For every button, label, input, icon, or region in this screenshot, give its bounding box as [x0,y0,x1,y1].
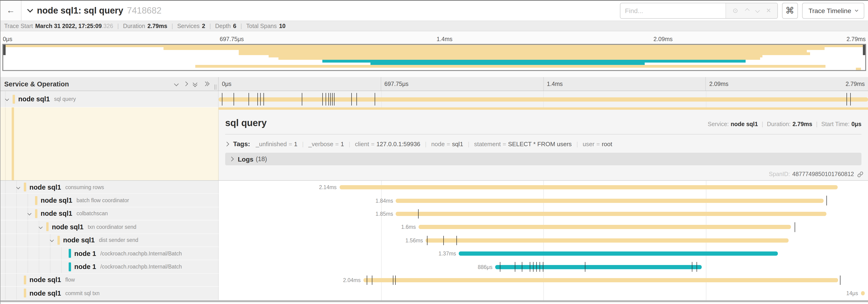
span-collapse-chevron-icon[interactable] [51,239,58,242]
span-bar[interactable] [861,292,865,296]
log-tick [827,196,827,205]
minimap-span-strip [269,55,763,58]
span-duration-label: 2.14ms [319,184,339,190]
span-timeline-cell[interactable]: 2.04ms [219,273,868,287]
operation-name: colbatchscan [76,211,108,216]
minimap-canvas[interactable] [2,44,866,71]
log-tick [351,93,351,105]
span-tree-cell[interactable]: node 1/cockroach.roachpb.Internal/Batch [0,247,219,260]
span-bar[interactable] [426,238,789,243]
view-selector-button[interactable]: Trace Timeline [802,3,864,19]
span-timeline-cell[interactable]: 1.85ms [219,207,868,221]
span-duration-label: 14μs [846,291,861,296]
service-name: node sql1 [18,95,50,103]
log-tick [846,93,847,105]
find-box: ✕ [620,3,778,19]
trace-stat: Trace StartMarch 31 2022, 17:25:09.326 [4,23,113,29]
span-collapse-chevron-icon[interactable] [17,185,24,189]
trace-timeline-page: ← node sql1: sql query 7418682 ✕ [0,0,868,304]
span-row[interactable]: node sql1batch flow coordinator1.84ms [0,194,868,207]
log-tick [456,236,457,245]
log-tick [542,262,543,272]
span-collapse-chevron-icon[interactable] [39,226,46,228]
span-tree-cell[interactable]: node sql1txn coordinator send [0,221,219,234]
log-tick [372,275,372,285]
logs-toggle[interactable]: Logs (18) [225,153,862,165]
span-tree-cell[interactable]: node sql1consuming rows [0,181,219,194]
expand-one-icon[interactable] [183,81,188,86]
span-timeline-cell[interactable]: 1.6ms [219,221,868,234]
span-timeline-cell[interactable]: 886μs [219,260,868,274]
span-timeline-cell[interactable]: 2.14ms [219,181,868,194]
span-collapse-chevron-icon[interactable] [28,212,35,215]
service-name: node 1 [74,263,96,270]
service-color-bar [24,289,26,298]
find-next-icon[interactable] [755,8,760,13]
minimap-right-scrubber[interactable] [863,45,865,55]
find-tools: ✕ [725,3,777,18]
collapse-all-icon[interactable] [193,81,197,87]
span-bar[interactable] [396,212,827,216]
span-timeline-cell[interactable]: 1.56ms [219,234,868,247]
expand-all-icon[interactable] [204,81,208,87]
bottom-scrollbar[interactable] [0,300,868,302]
span-tree-cell[interactable]: node sql1colbatchscan [0,207,219,221]
back-button[interactable]: ← [0,0,22,21]
span-collapse-chevron-icon[interactable] [6,98,12,100]
service-name: node sql1 [29,276,61,284]
span-row[interactable]: node sql1sql query [0,91,868,107]
find-prev-icon[interactable] [745,8,750,13]
span-tree-cell[interactable]: node sql1dist sender send [0,234,219,247]
service-name: node sql1 [63,237,95,244]
span-tree-cell[interactable]: node sql1commit sql txn [0,287,219,300]
span-row[interactable]: node sql1colbatchscan1.85ms [0,207,868,221]
timeline-minimap: 0μs697.75μs1.4ms2.09ms2.79ms [0,31,868,77]
span-row[interactable]: node sql1commit sql txn14μs [0,287,868,300]
span-bar[interactable] [418,225,791,229]
span-bar[interactable] [396,199,824,203]
top-bar: ← node sql1: sql query 7418682 ✕ [0,0,868,21]
span-row[interactable]: node sql1dist sender send1.56ms [0,234,868,247]
trace-title-group[interactable]: node sql1: sql query 7418682 [28,5,161,15]
find-clear-icon[interactable]: ✕ [766,7,771,14]
span-duration-label: 1.37ms [438,251,459,257]
span-row[interactable]: node sql1txn coordinator send1.6ms [0,221,868,234]
span-timeline-cell[interactable]: 14μs [219,287,868,300]
span-row[interactable]: node 1/cockroach.roachpb.Internal/Batch1… [0,247,868,260]
keyboard-shortcuts-button[interactable]: ⌘ [782,3,798,19]
service-operation-title: Service & Operation [4,80,69,88]
span-bar[interactable] [219,97,868,101]
span-row[interactable]: node 1/cockroach.roachpb.Internal/Batch8… [0,260,868,274]
span-row[interactable]: node sql1flow2.04ms [0,273,868,287]
locate-icon[interactable] [732,7,739,14]
span-bar[interactable] [339,185,837,189]
collapse-one-icon[interactable] [174,81,179,86]
column-resize-grip[interactable] [214,85,217,90]
span-id-value: 4877749850101760812 [792,171,854,177]
span-detail-meta: Service:node sql1 | Duration:2.79ms | St… [708,121,862,128]
span-tree-cell[interactable]: node sql1batch flow coordinator [0,194,219,207]
span-timeline-cell[interactable]: 1.84ms [219,194,868,207]
span-bar[interactable] [364,278,838,282]
selected-span-guide [12,107,14,180]
find-input[interactable] [620,3,725,18]
back-arrow-icon: ← [6,6,15,15]
span-tree-cell[interactable]: node sql1flow [0,273,219,287]
trace-stats-bar: Trace StartMarch 31 2022, 17:25:09.326|D… [0,21,868,31]
span-duration-label: 1.56ms [405,238,426,243]
deep-link-icon[interactable] [857,171,863,177]
log-tick [522,262,522,272]
collapse-controls [175,81,208,87]
span-bar[interactable] [495,265,702,269]
tags-toggle[interactable]: Tags: _unfinished=1|_verbose=1|client=12… [225,140,862,147]
span-timeline-cell[interactable] [219,91,868,107]
collapse-trace-chevron-icon[interactable] [27,6,33,12]
span-bar[interactable] [459,251,778,256]
span-tree-cell[interactable]: node sql1sql query [0,91,219,107]
time-axis-tick: 0μs [219,77,381,91]
minimap-left-scrubber[interactable] [3,45,6,55]
span-row[interactable]: node sql1consuming rows2.14ms [0,181,868,194]
span-duration-label: 1.85ms [376,211,396,217]
span-timeline-cell[interactable]: 1.37ms [219,247,868,260]
span-tree-cell[interactable]: node 1/cockroach.roachpb.Internal/Batch [0,260,219,274]
